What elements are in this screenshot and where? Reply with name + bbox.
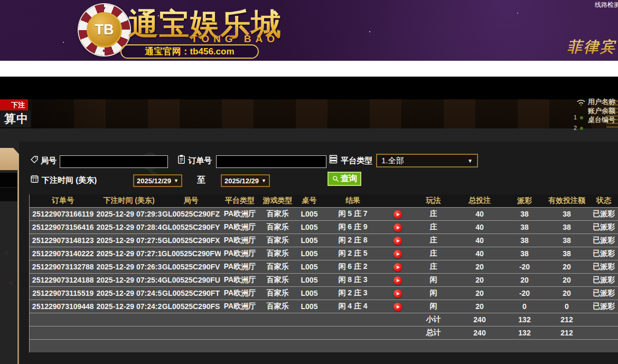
to-label: 至 [197, 175, 205, 186]
replay-button[interactable] [394, 223, 402, 232]
cell-payout: 38 [505, 207, 545, 220]
column-header: 下注时间 (美东) [97, 194, 162, 207]
cell-platform: PA欧洲厅 [221, 286, 259, 300]
play-icon [397, 226, 400, 229]
cell-result: 闲 6 庄 2 [323, 260, 383, 273]
order-input[interactable] [216, 155, 326, 168]
cell-total-bet: 20 [455, 273, 505, 286]
cell-result: 闲 6 庄 9 [323, 220, 383, 234]
summary-cell [162, 326, 221, 339]
cell-bet-time: 2025-12-29 07:26:31 [97, 260, 162, 273]
cell-table-no: L005 [296, 260, 323, 273]
cell-bet-time: 2025-12-29 07:28:42 [97, 220, 162, 234]
search-button[interactable]: 查询 [327, 172, 361, 186]
summary-cell [221, 313, 259, 326]
date-from-select[interactable]: 2025/12/29 ▼ [133, 174, 182, 187]
official-site-badge[interactable]: 通宝官网：tb456.com [120, 44, 259, 59]
cell-payout: 0 [505, 300, 545, 313]
settling-text: 算中 [0, 110, 31, 127]
cell-replay [383, 234, 413, 247]
table-row: 2512290731481232025-12-29 07:27:56GL0052… [30, 234, 618, 247]
cell-game-type: 百家乐 [259, 247, 296, 260]
cell-valid-bet: 0 [545, 300, 589, 313]
cell-bet-time: 2025-12-29 07:24:20 [97, 300, 162, 313]
cell-round-id: GL00525C290FV [162, 260, 221, 273]
cell-payout: -20 [505, 286, 545, 300]
wifi-icon [576, 97, 586, 109]
cell-game-type: 百家乐 [259, 273, 296, 286]
summary-cell: 240 [455, 313, 505, 326]
line-check-link[interactable]: 线路检测 [595, 1, 618, 10]
order-label: 订单号 [188, 156, 212, 166]
cell-total-bet: 40 [455, 220, 505, 234]
cell-table-no: L005 [296, 234, 323, 247]
play-icon [397, 292, 400, 295]
sidebar-tab[interactable] [0, 148, 19, 170]
cell-game-type: 百家乐 [259, 286, 296, 300]
play-icon [397, 279, 400, 282]
calendar-icon [30, 174, 39, 185]
cell-status: 已派彩 [589, 207, 618, 220]
cell-round-id: GL00525C290FU [162, 273, 221, 286]
cell-platform: PA欧洲厅 [221, 234, 259, 247]
summary-cell: 212 [545, 326, 589, 339]
cell-game-type: 百家乐 [259, 207, 296, 220]
date-to-select[interactable]: 2025/12/29 ▼ [221, 174, 270, 187]
casino-background-strip [0, 99, 618, 128]
cell-status: 已派彩 [589, 286, 618, 300]
cell-order-id: 251229073148123 [30, 234, 97, 247]
cell-round-id: GL00525C290FT [162, 286, 221, 300]
summary-cell: 132 [505, 326, 545, 339]
cell-round-id: GL00525C290FZ [162, 207, 221, 220]
black-strip [0, 77, 618, 99]
cell-valid-bet: 38 [545, 220, 589, 234]
replay-button[interactable] [394, 250, 402, 258]
cell-table-no: L005 [296, 220, 323, 234]
replay-button[interactable] [394, 290, 402, 298]
cell-table-no: L005 [296, 207, 323, 220]
site-header: ♥ ♦ TB 通宝娱乐城 TONG BAO 通宝官网：tb456.com 线路检… [0, 0, 618, 61]
green-dot-icon [580, 127, 583, 130]
cell-payout: 38 [505, 220, 545, 234]
sidebar-slot-1 [0, 173, 18, 187]
summary-cell [30, 326, 97, 339]
cell-platform: PA欧洲厅 [221, 300, 259, 313]
summary-label: 总计 [413, 326, 455, 339]
cell-game-type: 百家乐 [259, 220, 296, 234]
platform-label: 平台类型 [341, 156, 372, 166]
replay-button[interactable] [394, 210, 402, 219]
cell-bet-time: 2025-12-29 07:27:10 [97, 247, 162, 260]
round-label: 局号 [41, 156, 57, 166]
platform-select[interactable]: 1.全部 ▼ [376, 154, 478, 167]
summary-label: 小计 [413, 313, 455, 326]
cell-replay [383, 286, 413, 300]
round-input[interactable] [60, 155, 168, 168]
records-panel: Q ♠ 局号 订单号 平台类型 [19, 142, 618, 364]
cell-replay [383, 273, 413, 286]
table-row: 2512290731564162025-12-29 07:28:42GL0052… [30, 220, 618, 234]
green-dot-icon [580, 116, 583, 119]
replay-button[interactable] [394, 303, 402, 311]
replay-button[interactable] [394, 276, 402, 285]
cell-play-type: 庄 [413, 220, 455, 234]
cell-table-no: L005 [296, 300, 323, 313]
cell-replay [383, 207, 413, 220]
cell-order-id: 251229073140222 [30, 247, 97, 260]
cell-platform: PA欧洲厅 [221, 220, 259, 234]
cell-table-no: L005 [296, 286, 323, 300]
username-label: 用户名称 [588, 97, 618, 106]
replay-button[interactable] [394, 237, 402, 245]
replay-button[interactable] [394, 263, 402, 272]
table-row: 2512290731094482025-12-29 07:24:20GL0052… [30, 300, 618, 313]
spade-suit-decor: ♠ [8, 277, 13, 288]
cell-round-id: GL00525C290FX [162, 234, 221, 247]
summary-cell [383, 313, 413, 326]
cell-payout: 20 [505, 273, 545, 286]
cell-result: 闲 4 庄 4 [323, 300, 383, 313]
cell-total-bet: 20 [455, 260, 505, 273]
column-header: 平台类型 [221, 194, 259, 207]
cell-status: 已派彩 [589, 220, 618, 234]
table-filler [30, 339, 618, 352]
cell-play-type: 庄 [413, 207, 455, 220]
philippine-official-text: 菲律宾官方 [567, 37, 618, 57]
